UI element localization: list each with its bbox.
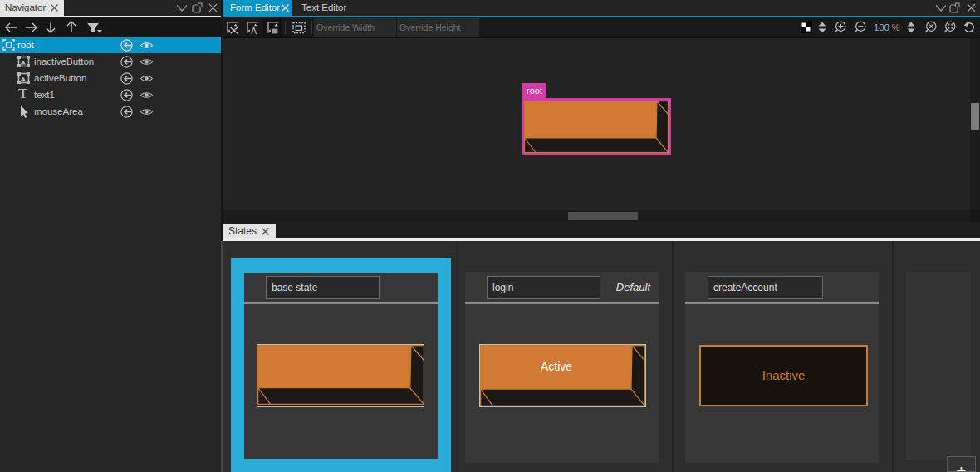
- svg-text:A: A: [251, 27, 257, 35]
